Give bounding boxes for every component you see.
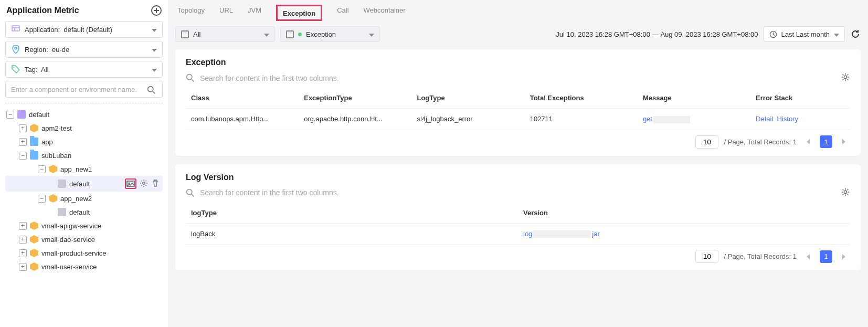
tree-label: default — [29, 111, 49, 119]
settings-button[interactable] — [841, 72, 850, 83]
cube-icon — [30, 249, 38, 257]
page-size-input[interactable] — [695, 250, 718, 263]
exception-panel: Exception Class ExceptionType LogType To… — [175, 49, 861, 156]
chevron-right-icon — [842, 139, 845, 144]
settings-button[interactable] — [841, 187, 850, 198]
tree-node-apm2-test[interactable]: + apm2-test — [5, 121, 163, 135]
collapse-icon[interactable]: − — [38, 165, 46, 173]
tree-node-default[interactable]: − default — [5, 108, 163, 121]
tree-node-vmall-user[interactable]: + vmall-user-service — [5, 260, 163, 273]
delete-button[interactable] — [151, 179, 160, 189]
redacted-mask — [533, 230, 591, 238]
logversion-panel: Log Version logType Version logBack logj… — [175, 164, 861, 271]
collapse-icon[interactable]: − — [38, 195, 46, 203]
type-picker[interactable]: Exception — [280, 26, 380, 42]
pager-text: / Page, Total Records: 1 — [724, 252, 797, 260]
table-row: com.lubanops.apm.Http... org.apache.http… — [186, 109, 850, 130]
expand-icon[interactable]: + — [19, 124, 27, 132]
cell-errorstack: Detail History — [750, 109, 850, 130]
exception-search-input[interactable] — [200, 74, 835, 82]
search-icon[interactable] — [186, 188, 195, 197]
pager-next[interactable] — [838, 250, 850, 263]
tag-selector[interactable]: Tag: All — [5, 61, 163, 78]
expand-icon[interactable]: + — [19, 263, 27, 271]
application-selector[interactable]: Application: default (Default) — [5, 21, 163, 38]
expand-icon[interactable]: + — [19, 249, 27, 257]
cube-icon — [30, 235, 38, 244]
redacted-mask — [653, 116, 690, 123]
svg-line-6 — [153, 91, 155, 93]
th-class: Class — [186, 88, 299, 109]
cell-totalexceptions[interactable]: 102711 — [525, 109, 638, 130]
settings-button[interactable] — [140, 179, 148, 189]
period-picker[interactable]: Last Last month — [764, 26, 845, 42]
pager-page-1[interactable]: 1 — [820, 250, 832, 263]
tab-jvm[interactable]: JVM — [248, 6, 261, 21]
tree-node-app[interactable]: + app — [5, 135, 163, 149]
detail-link[interactable]: Detail — [756, 115, 773, 123]
tab-call[interactable]: Call — [337, 6, 348, 21]
tree-label: vmall-apigw-service — [41, 222, 101, 230]
table-header-row: logType Version — [186, 203, 850, 224]
folder-icon — [30, 138, 38, 146]
tree-node-appnew2-default[interactable]: default — [5, 205, 163, 219]
type-picker-label: Exception — [306, 30, 336, 38]
history-link[interactable]: History — [777, 115, 798, 123]
tab-topology[interactable]: Topology — [177, 6, 205, 21]
svg-point-16 — [844, 191, 846, 193]
pager-next[interactable] — [838, 135, 850, 148]
svg-point-3 — [15, 47, 17, 49]
message-link[interactable]: get — [643, 115, 652, 123]
search-icon[interactable] — [186, 73, 195, 82]
svg-point-11 — [187, 75, 192, 80]
add-app-icon[interactable] — [151, 5, 162, 16]
search-icon[interactable] — [147, 86, 156, 96]
expand-icon[interactable]: + — [19, 138, 27, 146]
tree-node-appnew2[interactable]: − app_new2 — [5, 192, 163, 205]
th-version: Version — [518, 203, 850, 224]
tree-node-vmall-product[interactable]: + vmall-product-service — [5, 246, 163, 260]
version-link-suffix[interactable]: jar — [592, 230, 599, 238]
collapse-icon[interactable]: − — [6, 111, 14, 119]
divider — [5, 103, 163, 103]
env-icon — [58, 208, 66, 216]
tier-picker[interactable]: All — [175, 26, 275, 42]
expand-icon[interactable]: + — [19, 236, 27, 244]
folder-icon — [30, 151, 38, 160]
refresh-button[interactable] — [850, 29, 861, 39]
tree-node-vmall-apigw[interactable]: + vmall-apigw-service — [5, 219, 163, 233]
th-totalexceptions: Total Exceptions — [525, 88, 638, 109]
app-icon — [17, 110, 26, 119]
version-link-prefix[interactable]: log — [523, 230, 532, 238]
logversion-search-input[interactable] — [200, 188, 835, 197]
tree-node-subluban[interactable]: − subLuban — [5, 149, 163, 162]
view-topology-button[interactable] — [125, 178, 136, 189]
tree-label: default — [69, 180, 90, 188]
tree-node-appnew1[interactable]: − app_new1 — [5, 162, 163, 176]
tab-exception[interactable]: Exception — [276, 5, 322, 21]
tree-node-vmall-dao[interactable]: + vmall-dao-service — [5, 233, 163, 246]
pager-prev[interactable] — [802, 250, 814, 263]
svg-point-5 — [148, 87, 153, 92]
tree-node-appnew1-default[interactable]: default — [5, 176, 163, 192]
chevron-down-icon — [152, 26, 157, 34]
page-size-input[interactable] — [695, 135, 718, 149]
tag-label: Tag: All — [25, 66, 49, 73]
expand-icon[interactable]: + — [19, 222, 27, 230]
pager-page-1[interactable]: 1 — [820, 135, 832, 148]
svg-point-8 — [129, 183, 130, 184]
component-search[interactable] — [5, 81, 163, 98]
table-header-row: Class ExceptionType LogType Total Except… — [186, 88, 850, 109]
env-icon — [58, 180, 66, 188]
collapse-icon[interactable]: − — [19, 152, 27, 160]
tab-webcontainer[interactable]: Webcontainer — [364, 6, 406, 21]
component-search-input[interactable] — [11, 86, 157, 93]
region-selector[interactable]: Region: eu-de — [5, 41, 163, 58]
cube-icon — [30, 262, 38, 271]
logversion-pager: / Page, Total Records: 1 1 — [186, 245, 850, 265]
chevron-left-icon — [807, 254, 810, 259]
chevron-right-icon — [842, 254, 845, 259]
tab-url[interactable]: URL — [219, 6, 233, 21]
sidebar: Application Metric Application: default … — [0, 0, 168, 327]
pager-prev[interactable] — [802, 135, 814, 148]
